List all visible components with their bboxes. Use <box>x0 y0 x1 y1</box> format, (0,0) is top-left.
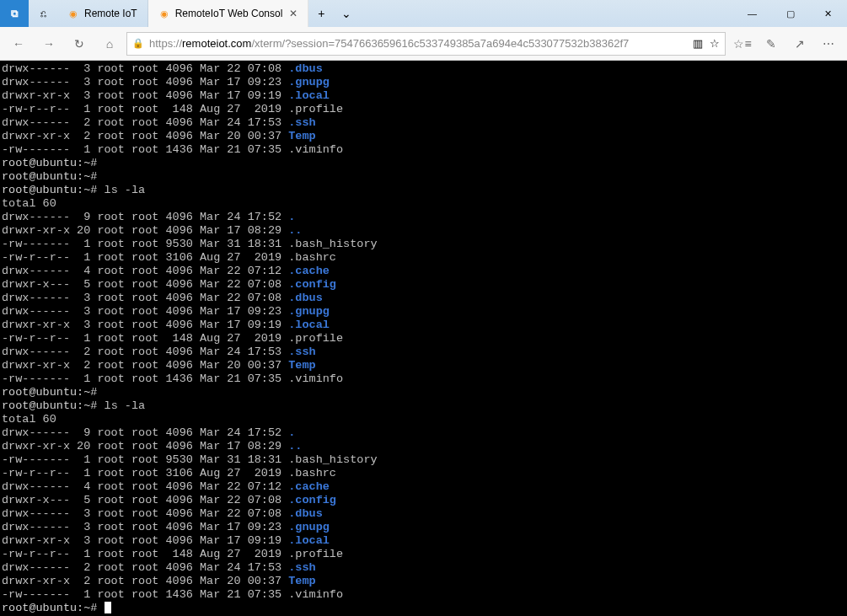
cursor <box>105 602 111 613</box>
tab-menu-button[interactable]: ⌄ <box>334 7 359 20</box>
terminal[interactable]: drwx------ 3 root root 4096 Mar 22 07:08… <box>0 61 847 616</box>
wifi-icon: ◉ <box>158 8 170 19</box>
settings-button[interactable]: ⋯ <box>815 32 842 56</box>
minimize-button[interactable]: — <box>733 0 771 27</box>
favorite-icon[interactable]: ☆ <box>710 37 720 50</box>
tabs-list-button[interactable]: ⎌ <box>29 0 57 27</box>
back-button[interactable]: ← <box>5 32 32 56</box>
tab-label: Remote IoT <box>84 8 137 19</box>
tab-label: RemoteIoT Web Consol <box>175 8 283 19</box>
tabs-aside-button[interactable]: ⧉ <box>0 0 29 27</box>
forward-button[interactable]: → <box>35 32 62 56</box>
toolbar: ← → ↻ ⌂ 🔒 https://remoteiot.com/xterm/?s… <box>0 27 847 61</box>
address-bar[interactable]: 🔒 https://remoteiot.com/xterm/?session=7… <box>126 32 726 56</box>
url-text: https://remoteiot.com/xterm/?session=754… <box>149 37 688 50</box>
title-bar: ⧉ ⎌ ◉ Remote IoT ◉ RemoteIoT Web Consol … <box>0 0 847 27</box>
reading-view-icon[interactable]: ▥ <box>693 37 703 50</box>
share-button[interactable]: ↗ <box>786 32 813 56</box>
wifi-icon: ◉ <box>67 8 79 19</box>
lock-icon: 🔒 <box>132 38 144 49</box>
new-tab-button[interactable]: + <box>308 7 334 20</box>
tab-remote-iot[interactable]: ◉ Remote IoT <box>57 0 148 27</box>
close-button[interactable]: ✕ <box>809 0 847 27</box>
close-tab-icon[interactable]: ✕ <box>289 8 298 19</box>
maximize-button[interactable]: ▢ <box>771 0 809 27</box>
window-controls: — ▢ ✕ <box>733 0 847 27</box>
tab-web-console[interactable]: ◉ RemoteIoT Web Consol ✕ <box>148 0 309 27</box>
notes-button[interactable]: ✎ <box>758 32 785 56</box>
refresh-button[interactable]: ↻ <box>66 32 93 56</box>
home-button[interactable]: ⌂ <box>96 32 123 56</box>
favorites-button[interactable]: ☆≡ <box>729 32 756 56</box>
